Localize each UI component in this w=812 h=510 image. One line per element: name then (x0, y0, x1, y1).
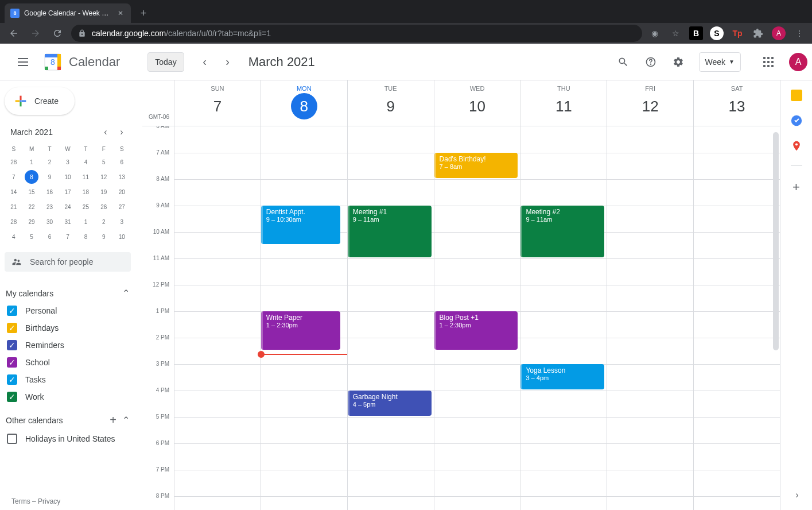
calendar-event[interactable]: Meeting #19 – 11am (348, 206, 432, 257)
forward-button[interactable] (28, 25, 44, 41)
view-selector[interactable]: Week ▼ (699, 52, 741, 72)
calendar-event[interactable]: Yoga Lesson3 – 4pm (520, 364, 604, 389)
extensions-icon[interactable] (751, 26, 765, 40)
mini-cal-day[interactable]: 26 (95, 199, 112, 214)
mini-cal-day[interactable]: 22 (22, 199, 40, 214)
mini-cal-day[interactable]: 13 (113, 169, 131, 184)
mini-cal-day[interactable]: 9 (41, 169, 59, 184)
calendar-item[interactable]: ✓Work (5, 388, 131, 405)
mini-cal-day[interactable]: 3 (113, 214, 131, 229)
mini-cal-day[interactable]: 1 (77, 214, 95, 229)
mini-cal-day[interactable]: 30 (41, 214, 59, 229)
today-button[interactable]: Today (147, 52, 184, 72)
calendar-event[interactable]: Write Paper1 – 2:30pm (261, 311, 340, 350)
calendar-event[interactable]: Blog Post +11 – 2:30pm (434, 311, 518, 350)
tasks-icon[interactable] (791, 115, 802, 126)
help-button[interactable] (639, 51, 662, 74)
calendar-event[interactable]: Dentist Appt.9 – 10:30am (261, 206, 340, 244)
day-column[interactable]: Dentist Appt.9 – 10:30amWrite Paper1 – 2… (261, 126, 347, 510)
search-people-input[interactable]: Search for people (5, 252, 131, 272)
side-panel-expand[interactable]: › (790, 488, 804, 502)
day-header[interactable]: SAT13 (693, 80, 780, 126)
day-column[interactable] (607, 126, 693, 510)
mini-cal-day[interactable]: 6 (41, 229, 59, 244)
mini-cal-day[interactable]: 2 (95, 214, 112, 229)
keep-icon[interactable] (791, 90, 802, 101)
mini-cal-day[interactable]: 28 (5, 154, 22, 169)
mini-cal-day[interactable]: 20 (113, 184, 131, 199)
day-column[interactable] (693, 126, 780, 510)
day-header[interactable]: FRI12 (607, 80, 693, 126)
extension-s-icon[interactable]: S (710, 26, 724, 40)
back-button[interactable] (6, 25, 22, 41)
calendar-checkbox[interactable]: ✓ (7, 306, 17, 316)
mini-cal-day[interactable]: 25 (77, 199, 95, 214)
mini-cal-day[interactable]: 16 (41, 184, 59, 199)
day-column[interactable]: Meeting #19 – 11amGarbage Night4 – 5pm (347, 126, 434, 510)
mini-cal-day[interactable]: 1 (22, 154, 40, 169)
calendar-item[interactable]: ✓Birthdays (5, 319, 131, 337)
mini-cal-day[interactable]: 10 (113, 229, 131, 244)
close-icon[interactable]: ✕ (116, 9, 125, 18)
extension-b-icon[interactable]: B (689, 26, 703, 40)
my-calendars-toggle[interactable]: My calendars ⌃ (5, 284, 131, 302)
mini-cal-day[interactable]: 23 (41, 199, 59, 214)
eye-icon[interactable]: ◉ (648, 26, 662, 40)
prev-period-button[interactable]: ‹ (196, 53, 214, 71)
mini-cal-day[interactable]: 14 (5, 184, 22, 199)
star-icon[interactable]: ☆ (669, 26, 682, 40)
day-header[interactable]: SUN7 (174, 80, 261, 126)
calendar-item[interactable]: Holidays in United States (5, 430, 131, 447)
add-addon-icon[interactable]: + (792, 180, 800, 195)
mini-cal-day[interactable]: 4 (77, 154, 95, 169)
day-header[interactable]: WED10 (434, 80, 520, 126)
main-menu-button[interactable] (9, 48, 37, 76)
calendar-item[interactable]: ✓Reminders (5, 337, 131, 354)
day-header[interactable]: MON8 (261, 80, 347, 126)
day-column[interactable]: Meeting #29 – 11amYoga Lesson3 – 4pm (520, 126, 607, 510)
app-logo[interactable]: 8 Calendar (41, 51, 120, 74)
user-avatar[interactable]: A (789, 53, 807, 71)
calendar-checkbox[interactable] (7, 434, 17, 444)
mini-cal-day[interactable]: 7 (59, 229, 76, 244)
mini-cal-day[interactable]: 7 (5, 169, 22, 184)
mini-cal-day[interactable]: 5 (95, 154, 112, 169)
mini-cal-day[interactable]: 12 (95, 169, 112, 184)
google-apps-button[interactable] (757, 51, 780, 74)
calendar-item[interactable]: ✓Personal (5, 302, 131, 319)
mini-cal-day[interactable]: 8 (77, 229, 95, 244)
next-period-button[interactable]: › (219, 53, 237, 71)
calendar-item[interactable]: ✓Tasks (5, 371, 131, 388)
privacy-link[interactable]: Privacy (38, 497, 60, 505)
calendar-checkbox[interactable]: ✓ (7, 357, 17, 368)
mini-cal-day[interactable]: 6 (113, 154, 131, 169)
calendar-checkbox[interactable]: ✓ (7, 392, 17, 402)
scrollbar-thumb[interactable] (773, 132, 779, 350)
mini-cal-day[interactable]: 21 (5, 199, 22, 214)
calendar-event[interactable]: Meeting #29 – 11am (520, 206, 604, 257)
mini-cal-day[interactable]: 31 (59, 214, 76, 229)
search-button[interactable] (612, 51, 635, 74)
new-tab-button[interactable]: + (135, 5, 151, 21)
mini-cal-day[interactable]: 8 (22, 169, 40, 184)
other-calendars-toggle[interactable]: Other calendars + ⌃ (5, 410, 131, 430)
terms-link[interactable]: Terms (11, 497, 30, 505)
settings-button[interactable] (667, 51, 690, 74)
mini-cal-day[interactable]: 11 (77, 169, 95, 184)
extension-tp-icon[interactable]: Tp (731, 26, 744, 40)
mini-cal-day[interactable]: 17 (59, 184, 76, 199)
mini-cal-day[interactable]: 18 (77, 184, 95, 199)
calendar-checkbox[interactable]: ✓ (7, 323, 17, 333)
mini-cal-day[interactable]: 28 (5, 214, 22, 229)
browser-avatar[interactable]: A (772, 26, 786, 40)
add-calendar-icon[interactable]: + (110, 414, 116, 427)
day-column[interactable] (174, 126, 261, 510)
mini-cal-day[interactable]: 27 (113, 199, 131, 214)
mini-cal-day[interactable]: 15 (22, 184, 40, 199)
mini-cal-day[interactable]: 4 (5, 229, 22, 244)
mini-cal-prev[interactable]: ‹ (99, 125, 112, 139)
mini-cal-day[interactable]: 24 (59, 199, 76, 214)
day-column[interactable]: Dad's Birthday!7 – 8amBlog Post +11 – 2:… (434, 126, 520, 510)
maps-icon[interactable] (791, 140, 802, 152)
calendar-checkbox[interactable]: ✓ (7, 374, 17, 385)
